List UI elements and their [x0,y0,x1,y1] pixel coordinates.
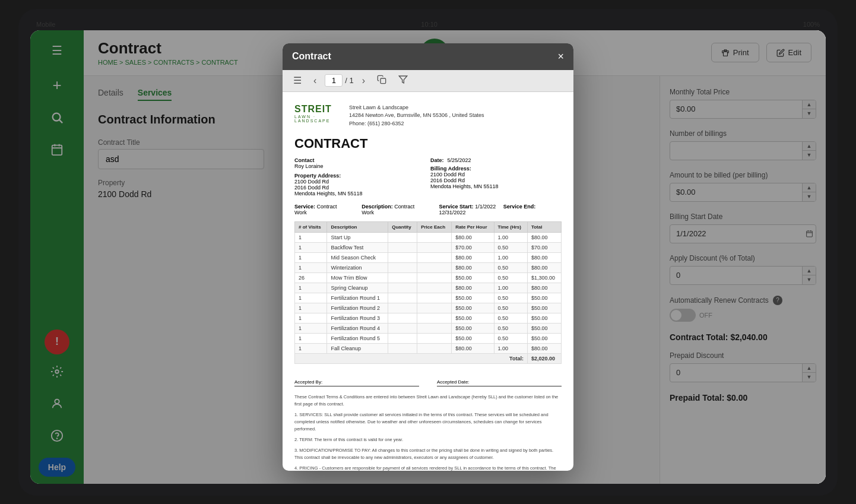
cell-price-each [417,293,452,303]
cell-quantity [388,263,417,273]
services-table: # of Visits Description Quantity Price E… [294,221,562,364]
doc-property-line2: 2016 Dodd Rd [294,185,426,191]
cell-quantity [388,283,417,293]
table-row: 26 Mow Trim Blow $50.00 0.50 $1,300.00 [295,273,562,283]
cell-visits: 1 [295,313,327,324]
col-price-each: Price Each [417,222,452,233]
doc-billing-line2: 2016 Dodd Rd [430,177,562,183]
page-number-input[interactable] [325,74,343,87]
toolbar-filter-btn[interactable] [395,74,411,88]
cell-rate-per-hour: $50.00 [452,293,494,303]
doc-billing-address-label: Billing Address: [430,166,562,172]
cell-price-each [417,263,452,273]
cell-quantity [388,243,417,253]
cell-price-each [417,243,452,253]
cell-quantity [388,334,417,344]
cell-rate-per-hour: $80.00 [452,263,494,273]
cell-quantity [388,324,417,334]
modal-toolbar: ☰ ‹ / 1 › [283,70,573,92]
cell-rate-per-hour: $50.00 [452,334,494,344]
cell-quantity [388,253,417,263]
table-row: 1 Winterization $80.00 0.50 $80.00 [295,263,562,273]
cell-price-each [417,273,452,283]
status-battery: 100% [803,21,820,28]
cell-time: 1.00 [494,233,527,243]
tablet-frame: Mobile 10:10 100% ☰ + ! [18,9,838,496]
status-mobile: Mobile [36,21,55,28]
cell-description: Fertilization Round 5 [327,334,388,344]
cell-price-each [417,313,452,324]
doc-company-info: Streit Lawn & Landscape 14284 Newton Ave… [349,104,484,128]
status-bar: Mobile 10:10 100% [30,21,826,30]
cell-total: $1,300.00 [527,273,561,283]
doc-billing-line1: 2100 Dodd Rd [430,172,562,177]
cell-rate-per-hour: $50.00 [452,273,494,283]
cell-total: $50.00 [527,334,561,344]
doc-description-label: Description: [362,204,393,210]
col-time: Time (Hrs) [494,222,527,233]
term-paragraph: 3. MODIFICATION/PROMISE TO PAY: All chan… [294,447,562,461]
cell-description: Fertilization Round 1 [327,293,388,303]
modal-overlay[interactable]: Contract × ☰ ‹ / 1 › [30,30,826,484]
doc-service-end-value: 12/31/2022 [439,210,466,215]
cell-quantity [388,344,417,354]
cell-description: Fall Cleanup [327,344,388,354]
doc-info-grid: Contact Roy Loraine Property Address: 21… [294,157,562,196]
cell-description: Winterization [327,263,388,273]
col-visits: # of Visits [295,222,327,233]
table-row: 1 Backflow Test $70.00 0.50 $70.00 [295,243,562,253]
total-value: $2,020.00 [527,354,561,364]
toolbar-prev-btn[interactable]: ‹ [310,74,320,87]
accepted-date-label: Accepted Date: [437,379,470,385]
table-row: 1 Fertilization Round 4 $50.00 0.50 $50.… [295,324,562,334]
cell-total: $70.00 [527,243,561,253]
doc-date-value: 5/25/2022 [448,157,471,163]
term-paragraph: 4. PRICING - Customers are responsible f… [294,465,562,471]
cell-total: $80.00 [527,233,561,243]
modal-body: STREIT LAWN · LANDSCAPE Streit Lawn & La… [283,92,573,471]
doc-service-dates: Service Start: 1/1/2022 Service End: 12/… [439,204,562,215]
cell-quantity [388,313,417,324]
cell-time: 1.00 [494,344,527,354]
cell-rate-per-hour: $50.00 [452,324,494,334]
cell-visits: 1 [295,324,327,334]
cell-rate-per-hour: $50.00 [452,303,494,313]
doc-company-subtitle: LAWN · LANDSCAPE [294,115,342,123]
cell-total: $80.00 [527,344,561,354]
cell-description: Mid Season Check [327,253,388,263]
modal-close-button[interactable]: × [557,50,564,63]
doc-signature: Accepted By: Accepted Date: [294,373,562,386]
doc-header: STREIT LAWN · LANDSCAPE Streit Lawn & La… [294,104,562,128]
cell-description: Fertilization Round 3 [327,313,388,324]
doc-service-label: Service: [294,204,315,210]
cell-rate-per-hour: $70.00 [452,243,494,253]
cell-time: 0.50 [494,324,527,334]
cell-rate-per-hour: $80.00 [452,253,494,263]
cell-time: 0.50 [494,273,527,283]
doc-contact-value: Roy Loraine [294,163,426,169]
toolbar-copy-btn[interactable] [373,74,390,88]
cell-quantity [388,303,417,313]
doc-service-info: Service: Contract Work Description: Cont… [294,204,562,215]
cell-time: 0.50 [494,313,527,324]
cell-rate-per-hour: $50.00 [452,313,494,324]
term-paragraph: 2. TERM: The term of this contract is va… [294,436,562,443]
cell-total: $50.00 [527,324,561,334]
doc-billing-section: Date: 5/25/2022 Billing Address: 2100 Do… [430,157,562,196]
cell-total: $50.00 [527,303,561,313]
cell-description: Backflow Test [327,243,388,253]
doc-contact-section: Contact Roy Loraine Property Address: 21… [294,157,426,196]
doc-service-start-value: 1/1/2022 [475,204,496,210]
accepted-date-field: Accepted Date: [437,379,562,386]
doc-service-end-label: Service End: [503,204,536,210]
term-paragraph: 1. SERVICES: SLL shall provide customer … [294,411,562,433]
term-paragraph: These Contract Terms & Conditions are en… [294,394,562,408]
toolbar-menu-btn[interactable]: ☰ [290,74,305,87]
col-rate-per-hour: Rate Per Hour [452,222,494,233]
modal-title: Contract [292,51,331,62]
doc-billing-line3: Mendota Heights, MN 55118 [430,183,562,189]
doc-service-start-label: Service Start: [439,204,474,210]
cell-visits: 1 [295,344,327,354]
doc-logo: STREIT LAWN · LANDSCAPE [294,104,342,123]
toolbar-next-btn[interactable]: › [359,74,369,87]
